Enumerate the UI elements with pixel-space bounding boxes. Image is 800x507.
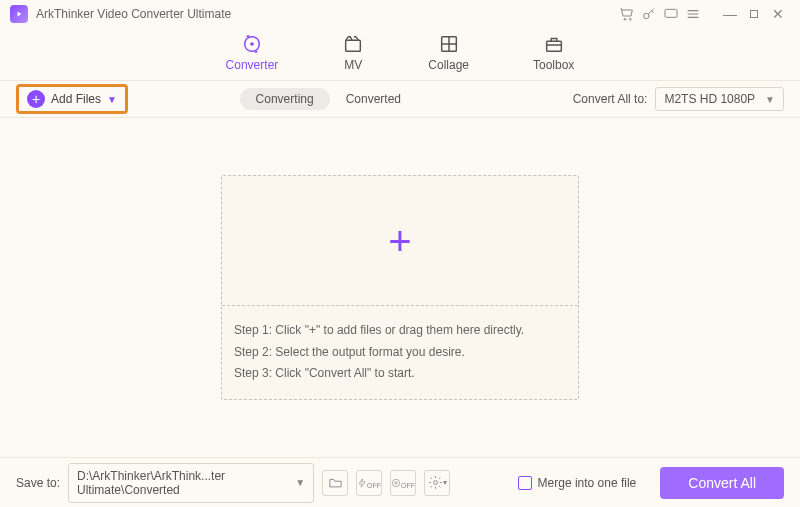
add-files-highlight: + Add Files ▼ bbox=[16, 84, 128, 114]
maximize-button[interactable] bbox=[742, 3, 766, 25]
save-path: D:\ArkThinker\ArkThink...ter Ultimate\Co… bbox=[77, 469, 295, 497]
tab-label: Toolbox bbox=[533, 58, 574, 72]
convert-all-button[interactable]: Convert All bbox=[660, 467, 784, 499]
tab-collage[interactable]: Collage bbox=[428, 33, 469, 72]
chevron-down-icon: ▼ bbox=[107, 94, 117, 105]
format-selected: M2TS HD 1080P bbox=[664, 92, 755, 106]
svg-point-12 bbox=[395, 481, 398, 484]
svg-point-7 bbox=[250, 42, 254, 46]
menu-icon[interactable] bbox=[682, 3, 704, 25]
chevron-down-icon: ▼ bbox=[295, 477, 305, 488]
steps: Step 1: Click "+" to add files or drag t… bbox=[222, 306, 578, 399]
svg-rect-8 bbox=[346, 40, 361, 51]
close-button[interactable]: ✕ bbox=[766, 3, 790, 25]
big-plus-icon: + bbox=[388, 221, 411, 261]
checkbox-icon bbox=[518, 476, 532, 490]
svg-point-2 bbox=[629, 18, 631, 20]
tab-toolbox[interactable]: Toolbox bbox=[533, 33, 574, 72]
step-1: Step 1: Click "+" to add files or drag t… bbox=[234, 320, 566, 342]
minimize-button[interactable]: — bbox=[718, 3, 742, 25]
status-segment: Converting Converted bbox=[240, 88, 417, 110]
mv-icon bbox=[342, 33, 364, 55]
step-2: Step 2: Select the output format you des… bbox=[234, 342, 566, 364]
svg-marker-0 bbox=[18, 12, 22, 17]
hardware-accel-button[interactable]: OFF bbox=[356, 470, 382, 496]
step-3: Step 3: Click "Convert All" to start. bbox=[234, 363, 566, 385]
convert-all-to-label: Convert All to: bbox=[573, 92, 648, 106]
tab-mv[interactable]: MV bbox=[342, 33, 364, 72]
seg-converted[interactable]: Converted bbox=[330, 88, 417, 110]
collage-icon bbox=[438, 33, 460, 55]
app-title: ArkThinker Video Converter Ultimate bbox=[36, 7, 231, 21]
save-to-label: Save to: bbox=[16, 476, 60, 490]
svg-rect-10 bbox=[546, 41, 561, 51]
high-speed-button[interactable]: OFF bbox=[390, 470, 416, 496]
svg-point-13 bbox=[433, 481, 437, 485]
converter-icon bbox=[241, 33, 263, 55]
open-folder-button[interactable] bbox=[322, 470, 348, 496]
footer: Save to: D:\ArkThinker\ArkThink...ter Ul… bbox=[0, 457, 800, 507]
plus-icon: + bbox=[27, 90, 45, 108]
tab-converter[interactable]: Converter bbox=[226, 33, 279, 72]
merge-label: Merge into one file bbox=[538, 476, 637, 490]
merge-checkbox[interactable]: Merge into one file bbox=[518, 476, 637, 490]
drop-card: + Step 1: Click "+" to add files or drag… bbox=[221, 175, 579, 400]
toolbar: + Add Files ▼ Converting Converted Conve… bbox=[0, 80, 800, 118]
chevron-down-icon: ▼ bbox=[765, 94, 775, 105]
main-area: + Step 1: Click "+" to add files or drag… bbox=[0, 118, 800, 457]
add-files-button[interactable]: + Add Files ▼ bbox=[19, 87, 125, 111]
titlebar: ArkThinker Video Converter Ultimate — ✕ bbox=[0, 0, 800, 24]
settings-button[interactable]: ▾ bbox=[424, 470, 450, 496]
svg-point-11 bbox=[392, 479, 400, 487]
tab-label: Converter bbox=[226, 58, 279, 72]
app-logo bbox=[10, 5, 28, 23]
format-dropdown[interactable]: M2TS HD 1080P ▼ bbox=[655, 87, 784, 111]
toolbox-icon bbox=[543, 33, 565, 55]
tab-label: Collage bbox=[428, 58, 469, 72]
tab-label: MV bbox=[344, 58, 362, 72]
feedback-icon[interactable] bbox=[660, 3, 682, 25]
convert-all-to: Convert All to: M2TS HD 1080P ▼ bbox=[573, 87, 784, 111]
main-tabs: Converter MV Collage Toolbox bbox=[0, 24, 800, 80]
key-icon[interactable] bbox=[638, 3, 660, 25]
svg-point-3 bbox=[644, 13, 649, 18]
drop-zone[interactable]: + bbox=[222, 176, 578, 306]
seg-converting[interactable]: Converting bbox=[240, 88, 330, 110]
svg-rect-5 bbox=[751, 11, 758, 18]
add-files-label: Add Files bbox=[51, 92, 101, 106]
save-path-dropdown[interactable]: D:\ArkThinker\ArkThink...ter Ultimate\Co… bbox=[68, 463, 314, 503]
cart-icon[interactable] bbox=[616, 3, 638, 25]
svg-point-1 bbox=[624, 18, 626, 20]
